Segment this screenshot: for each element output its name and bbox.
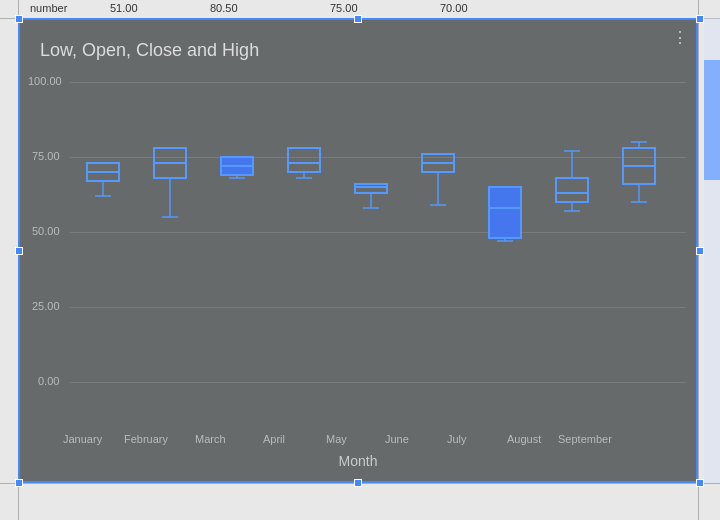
svg-rect-46 [556,178,588,202]
handle-bottom-right[interactable] [696,479,704,487]
svg-rect-40 [489,187,521,238]
x-label-august: August [507,433,541,445]
top-value-75: 75.00 [330,2,358,14]
grid-col [698,0,699,520]
chart-container: ⋮ Low, Open, Close and High 100.00 75.00… [18,18,698,483]
handle-top-right[interactable] [696,15,704,23]
h-gridline-0 [70,382,686,383]
top-value-70: 70.00 [440,2,468,14]
top-value-8050: 80.50 [210,2,238,14]
handle-bottom-left[interactable] [15,479,23,487]
top-value-51: 51.00 [110,2,138,14]
chart-menu-icon[interactable]: ⋮ [672,28,688,47]
x-label-may: May [326,433,347,445]
x-label-january: January [63,433,102,445]
x-label-february: February [124,433,168,445]
y-label-75: 75.00 [32,150,60,162]
chart-title: Low, Open, Close and High [40,40,259,61]
handle-top-center[interactable] [354,15,362,23]
candlestick-chart [70,82,680,382]
svg-rect-22 [288,148,320,172]
handle-middle-right[interactable] [696,247,704,255]
y-label-100: 100.00 [28,75,62,87]
handle-middle-left[interactable] [15,247,23,255]
x-axis-title: Month [20,453,696,469]
x-label-march: March [195,433,226,445]
x-label-june: June [385,433,409,445]
top-value-number: number [30,2,67,14]
svg-rect-28 [355,184,387,193]
x-label-september: September [558,433,612,445]
handle-top-left[interactable] [15,15,23,23]
y-label-0: 0.00 [38,375,59,387]
x-label-july: July [447,433,467,445]
right-bar-track [704,18,720,483]
y-label-25: 25.00 [32,300,60,312]
x-label-april: April [263,433,285,445]
y-label-50: 50.00 [32,225,60,237]
handle-bottom-center[interactable] [354,479,362,487]
